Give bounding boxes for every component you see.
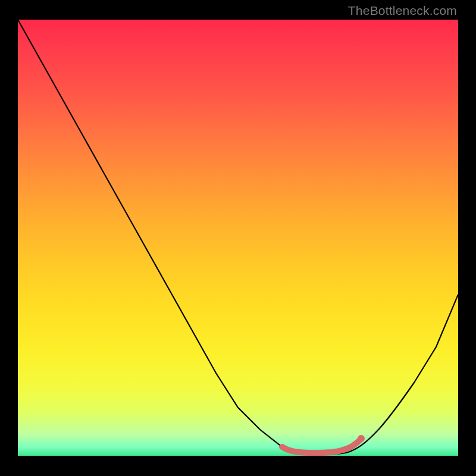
trough-marker [282,439,361,453]
frame-bottom [0,456,476,476]
trough-end-dot [358,435,365,442]
plot-gradient-background [18,20,458,456]
chart-svg [18,20,458,456]
frame-right [458,0,476,476]
curve-line [18,20,458,455]
watermark-text: TheBottleneck.com [348,4,457,18]
frame-left [0,0,18,476]
